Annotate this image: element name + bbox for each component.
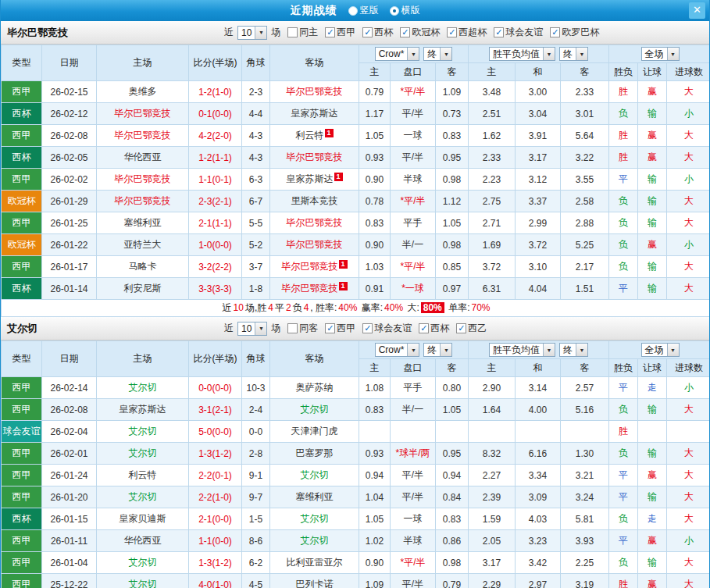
match-count-select[interactable]: 10▼ [237, 26, 267, 40]
asian-away-odds-cell: 0.83 [436, 125, 469, 147]
summary-stat: 赢率: [359, 302, 383, 313]
away-team-cell[interactable]: 毕尔巴鄂竞技 [270, 147, 359, 169]
col-header-type: 类型 [2, 45, 42, 81]
europe-final-select[interactable]: 终▼ [559, 47, 588, 61]
radio-horizontal-layout[interactable]: 横版 [390, 4, 420, 17]
filter-球会友谊[interactable]: ✓球会友谊 [494, 26, 543, 39]
away-team-cell[interactable]: 皇家苏斯达1 [270, 169, 359, 191]
radio-icon[interactable] [348, 6, 358, 16]
away-team-cell[interactable]: 里斯本竞技 [270, 191, 359, 212]
home-team-cell[interactable]: 艾尔切 [97, 552, 189, 574]
home-team-cell[interactable]: 塞维利亚 [97, 212, 189, 234]
filter-欧冠杯[interactable]: ✓欧冠杯 [400, 26, 440, 39]
away-team-cell[interactable]: 毕尔巴鄂竞技 [270, 81, 359, 103]
home-team-cell[interactable]: 毕尔巴鄂竞技 [97, 125, 189, 147]
away-team-cell[interactable]: 天津津门虎 [270, 421, 359, 443]
europe-final-select[interactable]: 终▼ [559, 343, 588, 357]
away-team-cell[interactable]: 毕尔巴鄂竞技 [270, 212, 359, 234]
away-team-cell[interactable]: 毕尔巴鄂竞技1 [270, 278, 359, 300]
handicap-result-cell: 赢 [638, 234, 667, 256]
col-header-asian-away: 客 [436, 63, 469, 81]
europe-avg-select[interactable]: 胜平负均值▼ [489, 343, 555, 357]
home-team-cell[interactable]: 艾尔切 [97, 377, 189, 399]
home-team-cell[interactable]: 马略卡 [97, 256, 189, 278]
match-count-select[interactable]: 10▼ [237, 322, 267, 336]
checkbox-icon[interactable] [287, 323, 298, 333]
asian-away-odds-cell: 0.80 [436, 377, 469, 399]
home-team-cell[interactable]: 艾尔切 [97, 443, 189, 465]
checkbox-icon[interactable]: ✓ [447, 27, 457, 37]
away-team-cell[interactable]: 巴列卡诺 [270, 574, 359, 588]
filter-欧罗巴杯[interactable]: ✓欧罗巴杯 [550, 26, 599, 39]
away-team-cell[interactable]: 艾尔切 [270, 399, 359, 421]
europe-draw-odds-cell: 3.04 [516, 103, 561, 125]
home-team-cell[interactable]: 皇家贝迪斯 [97, 508, 189, 530]
select-value: 全场 [642, 48, 667, 60]
radio-vertical-layout[interactable]: 竖版 [348, 4, 379, 17]
asian-final-select[interactable]: 终▼ [423, 47, 452, 61]
home-team-cell[interactable]: 奥维多 [97, 81, 189, 103]
away-team-cell[interactable]: 巴塞罗那 [270, 443, 359, 465]
goals-result-cell [667, 421, 710, 443]
matches-label: 场 [271, 322, 280, 335]
home-team-cell[interactable]: 毕尔巴鄂竞技 [97, 191, 189, 212]
checkbox-icon[interactable]: ✓ [362, 323, 373, 333]
europe-home-odds-cell: 3.48 [469, 81, 516, 103]
asian-handicap-cell: 平手 [391, 212, 436, 234]
radio-icon[interactable] [390, 6, 399, 16]
away-team-cell[interactable]: 艾尔切 [270, 465, 359, 486]
checkbox-icon[interactable]: ✓ [494, 27, 504, 37]
filter-西杯[interactable]: ✓西杯 [419, 322, 449, 335]
away-team-cell[interactable]: 比利亚雷亚尔 [270, 552, 359, 574]
home-team-cell[interactable]: 艾尔切 [97, 574, 189, 588]
filter-西杯[interactable]: ✓西杯 [362, 26, 393, 39]
filter-西甲[interactable]: ✓西甲 [325, 26, 355, 39]
bookmaker-select[interactable]: Crow*▼ [375, 343, 420, 357]
checkbox-icon[interactable]: ✓ [419, 323, 429, 333]
home-team-cell[interactable]: 利安尼斯 [97, 278, 189, 300]
checkbox-icon[interactable]: ✓ [550, 27, 560, 37]
home-team-cell[interactable]: 利云特 [97, 465, 189, 486]
away-team-cell[interactable]: 皇家苏斯达 [270, 103, 359, 125]
away-team-cell[interactable]: 塞维利亚 [270, 486, 359, 508]
home-team-cell[interactable]: 艾尔切 [97, 421, 189, 443]
away-team-cell[interactable]: 艾尔切 [270, 530, 359, 552]
away-team-name: 巴塞罗那 [296, 447, 334, 458]
checkbox-icon[interactable] [287, 27, 298, 37]
home-team-cell[interactable]: 皇家苏斯达 [97, 399, 189, 421]
away-team-cell[interactable]: 艾尔切 [270, 508, 359, 530]
filter-球会友谊[interactable]: ✓球会友谊 [362, 322, 412, 335]
close-icon[interactable]: ✕ [689, 2, 705, 19]
filter-西乙[interactable]: ✓西乙 [456, 322, 487, 335]
scope-select[interactable]: 全场▼ [641, 47, 680, 61]
home-team-cell[interactable]: 亚特兰大 [97, 234, 189, 256]
checkbox-icon[interactable]: ✓ [362, 27, 373, 37]
home-team-cell[interactable]: 艾尔切 [97, 486, 189, 508]
corner-cell: 9-7 [242, 486, 270, 508]
checkbox-icon[interactable]: ✓ [400, 27, 410, 37]
checkbox-icon[interactable]: ✓ [456, 323, 466, 333]
bookmaker-select[interactable]: Crow*▼ [375, 47, 420, 61]
home-team-cell[interactable]: 毕尔巴鄂竞技 [97, 169, 189, 191]
filter-西超杯[interactable]: ✓西超杯 [447, 26, 487, 39]
europe-avg-select[interactable]: 胜平负均值▼ [489, 47, 555, 61]
home-team-cell[interactable]: 华伦西亚 [97, 530, 189, 552]
filter-同主[interactable]: 同主 [287, 26, 318, 39]
asian-final-select[interactable]: 终▼ [423, 343, 452, 357]
filter-同客[interactable]: 同客 [287, 322, 318, 335]
filter-西甲[interactable]: ✓西甲 [325, 322, 355, 335]
team-name: 毕尔巴鄂竞技 [7, 26, 224, 40]
scope-select[interactable]: 全场▼ [641, 343, 680, 357]
home-team-cell[interactable]: 华伦西亚 [97, 147, 189, 169]
away-team-cell[interactable]: 利云特1 [270, 125, 359, 147]
checkbox-icon[interactable]: ✓ [325, 27, 335, 37]
away-team-cell[interactable]: 毕尔巴鄂竞技1 [270, 256, 359, 278]
home-team-cell[interactable]: 毕尔巴鄂竞技 [97, 103, 189, 125]
col-header-europe-draw: 和 [516, 63, 561, 81]
checkbox-icon[interactable]: ✓ [325, 323, 335, 333]
result-cell: 负 [609, 191, 638, 212]
goals-result-cell: 大 [667, 486, 710, 508]
away-team-cell[interactable]: 毕尔巴鄂竞技 [270, 234, 359, 256]
table-row: 球会友谊26-02-04艾尔切5-0(0-0)0-0天津津门虎胜 [2, 421, 710, 443]
away-team-cell[interactable]: 奥萨苏纳 [270, 377, 359, 399]
